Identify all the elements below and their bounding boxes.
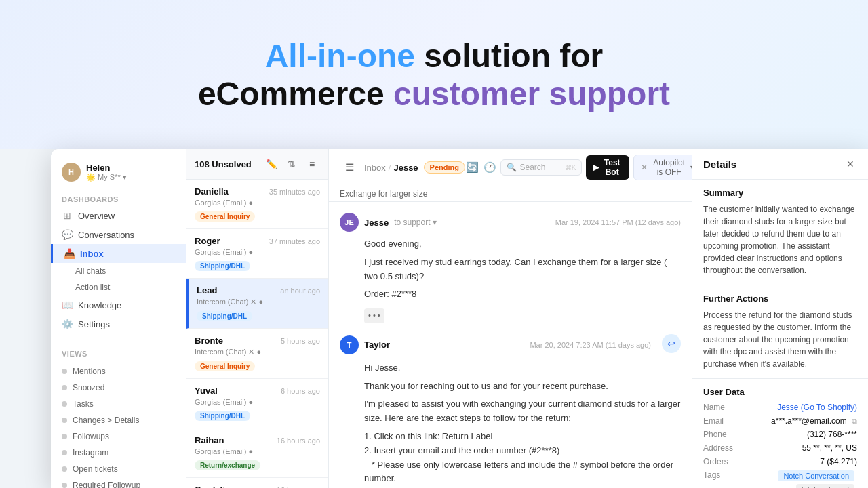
views-label: Views	[51, 344, 186, 361]
user-orders-row: Orders 7 ($4,271)	[703, 457, 857, 466]
views-item-instagram[interactable]: Instagram	[51, 445, 186, 461]
sort-icon[interactable]: ⇅	[283, 156, 300, 172]
further-actions-title: Further Actions	[703, 293, 857, 304]
summary-section: Summary The customer initially wanted to…	[692, 180, 868, 285]
hero-blue-text: All-in-one	[265, 38, 415, 74]
name-label: Name	[703, 403, 744, 412]
inbox-icon: 📥	[64, 248, 75, 259]
views-item-snoozed[interactable]: Snoozed	[51, 380, 186, 396]
address-label: Address	[703, 443, 744, 453]
views-item-changes[interactable]: Changes > Details	[51, 412, 186, 428]
profile-sub: 🌟 My S** ▾	[86, 173, 127, 182]
sidebar-item-settings[interactable]: ⚙️ Settings	[51, 314, 186, 333]
taylor-sender: Taylor	[364, 340, 390, 350]
dashboards-label: Dashboards	[51, 190, 186, 206]
test-bot-button[interactable]: ▶ Test Bot	[586, 155, 629, 180]
sidebar-item-inbox[interactable]: 📥 Inbox	[51, 244, 186, 263]
hero-title-line1: All-in-one solution for	[265, 37, 604, 76]
views-item-tasks[interactable]: Tasks	[51, 396, 186, 412]
summary-text: The customer initially wanted to exchang…	[703, 203, 857, 277]
address-value: 55 **, **, **, US	[744, 443, 857, 453]
sidebar-item-overview[interactable]: ⊞ Overview	[51, 206, 186, 225]
sidebar-toggle-icon[interactable]: ☰	[340, 158, 359, 177]
views-section: Mentions Snoozed Tasks Changes > Details…	[51, 361, 186, 488]
search-box[interactable]: 🔍 Search ⌘K	[500, 159, 582, 176]
knowledge-icon: 📖	[62, 300, 73, 310]
overview-icon: ⊞	[62, 210, 73, 221]
conv-item-bronte[interactable]: Bronte5 hours ago Intercom (Chat) ✕ ● Ge…	[186, 329, 328, 379]
compose-icon[interactable]: ✏️	[263, 156, 279, 172]
user-name-row: Name Jesse (Go To Shopify)	[703, 403, 857, 412]
pending-badge: Pending	[424, 161, 465, 174]
message-group-jesse: JE Jesse to support ▾ Mar 19, 2024 11:57…	[340, 213, 681, 323]
refresh-icon[interactable]: 🔄	[465, 158, 479, 177]
sidebar-profile: H Helen 🌟 My S** ▾	[51, 160, 186, 190]
user-address-row: Address 55 **, **, **, US	[703, 443, 857, 453]
conv-item-raihan[interactable]: Raihan16 hours ago Gorgias (Email) ● Ret…	[186, 428, 328, 478]
copy-email-icon[interactable]: ⧉	[852, 417, 857, 426]
details-close-button[interactable]: ✕	[844, 157, 857, 171]
user-data-section: User Data Name Jesse (Go To Shopify) Ema…	[692, 379, 868, 488]
views-item-required-followup[interactable]: Required Followup	[51, 477, 186, 488]
conv-item-daniella[interactable]: Daniella35 minutes ago Gorgias (Email) ●…	[186, 180, 328, 229]
views-item-followups[interactable]: Followups	[51, 428, 186, 445]
conversation-main: ☰ Inbox / Jesse Pending 🔄 🕐 🔍 Search ⌘K …	[329, 149, 692, 488]
views-item-open-tickets[interactable]: Open tickets	[51, 461, 186, 477]
phone-value: (312) 768-****	[744, 430, 857, 439]
autopilot-x-icon: ✕	[641, 163, 648, 172]
orders-label: Orders	[703, 457, 744, 466]
conv-item-roger[interactable]: Roger37 minutes ago Gorgias (Email) ● Sh…	[186, 229, 328, 279]
details-header: Details ✕	[692, 149, 868, 180]
reply-icon: ↩	[662, 334, 681, 353]
conv-list-title: 108 Unsolved	[195, 159, 252, 169]
app-container: H Helen 🌟 My S** ▾ Dashboards ⊞ Overview…	[51, 149, 868, 488]
tag-total-orders: total_orders_7	[796, 484, 854, 488]
jesse-message-body: Good evening, I just received my stud ea…	[364, 237, 681, 323]
email-value: a***.a***@email.com ⧉	[744, 416, 857, 426]
conv-subject: Exchange for larger size	[329, 186, 692, 202]
user-email-row: Email a***.a***@email.com ⧉	[703, 416, 857, 426]
sidebar-item-knowledge[interactable]: 📖 Knowledge	[51, 296, 186, 314]
hero-purple-text: customer support	[393, 76, 670, 112]
name-value[interactable]: Jesse (Go To Shopify)	[744, 403, 857, 412]
orders-value: 7 ($4,271)	[744, 457, 857, 466]
sidebar: H Helen 🌟 My S** ▾ Dashboards ⊞ Overview…	[51, 149, 186, 488]
summary-title: Summary	[703, 188, 857, 198]
hero-title-line2: eCommerce customer support	[198, 75, 670, 113]
history-icon[interactable]: 🕐	[483, 158, 496, 177]
messages-area: JE Jesse to support ▾ Mar 19, 2024 11:57…	[329, 202, 692, 488]
avatar: H	[62, 163, 81, 182]
details-panel: Details ✕ Summary The customer initially…	[692, 149, 868, 488]
views-item-mentions[interactable]: Mentions	[51, 363, 186, 380]
jesse-message-time: Mar 19, 2024 11:57 PM (12 days ago)	[555, 218, 681, 226]
profile-name: Helen	[86, 163, 127, 173]
details-title: Details	[703, 159, 736, 170]
phone-label: Phone	[703, 430, 744, 439]
taylor-avatar: T	[340, 336, 359, 354]
user-tags-row: Tags Notch Conversation total_orders_7	[703, 470, 857, 488]
conv-item-yuval[interactable]: Yuval6 hours ago Gorgias (Email) ● Shipp…	[186, 379, 328, 428]
further-actions-text: Process the refund for the diamond studs…	[703, 309, 857, 370]
sidebar-item-conversations[interactable]: 💬 Conversations	[51, 225, 186, 244]
conv-item-cordelia[interactable]: Cordelia16 hours ago Instagram ● Positiv…	[186, 478, 328, 488]
tags-label: Tags	[703, 470, 744, 480]
user-data-title: User Data	[703, 387, 857, 397]
conversations-icon: 💬	[62, 229, 73, 240]
jesse-sender: Jesse	[364, 218, 389, 228]
jesse-avatar: JE	[340, 213, 359, 232]
search-icon: 🔍	[507, 163, 517, 172]
tag-notch: Notch Conversation	[778, 470, 854, 481]
message-group-taylor: T Taylor Mar 20, 2024 7:23 AM (11 days a…	[340, 334, 681, 488]
email-label: Email	[703, 416, 744, 426]
hero-section: All-in-one solution for eCommerce custom…	[0, 0, 868, 149]
sidebar-sub-all-chats[interactable]: All chats	[51, 263, 186, 279]
sidebar-sub-action-list[interactable]: Action list	[51, 279, 186, 296]
message-more-button[interactable]: • • •	[364, 308, 384, 323]
conv-item-lead[interactable]: Leadan hour ago Intercom (Chat) ✕ ● Ship…	[186, 279, 328, 329]
breadcrumb: Inbox / Jesse	[364, 163, 418, 173]
tags-value: Notch Conversation total_orders_7	[744, 470, 857, 488]
taylor-message-time: Mar 20, 2024 7:23 AM (11 days ago)	[530, 341, 651, 349]
filter-icon[interactable]: ≡	[304, 156, 320, 172]
conv-list-header: 108 Unsolved ✏️ ⇅ ≡	[186, 149, 328, 180]
conv-main-header: ☰ Inbox / Jesse Pending 🔄 🕐 🔍 Search ⌘K …	[329, 149, 692, 186]
